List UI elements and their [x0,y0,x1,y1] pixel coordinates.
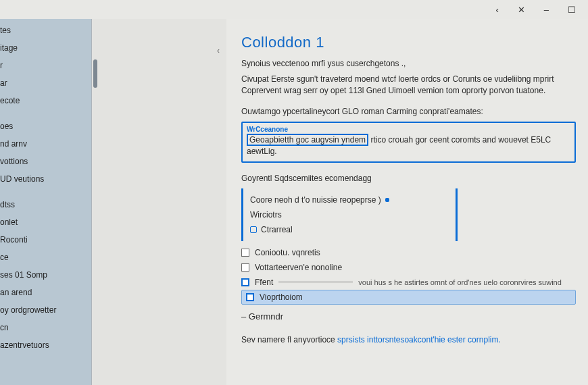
group-row-label: Ctrarreal [261,225,293,234]
sidebar: tes itage r ar ecote oes nd arnv vottion… [0,19,91,385]
sidebar-item[interactable]: dtss [0,196,91,213]
back-icon[interactable]: ‹ [495,5,498,15]
page-title: Colloddon 1 [241,34,576,51]
checkbox-icon[interactable] [241,278,249,286]
option-row-selected[interactable]: Vioprthoiom [241,290,576,305]
option-label: Vioprthoiom [260,292,303,302]
lead-text-1: Synoius vecctenoo mrfi ysus cuserchgeton… [241,58,576,70]
footer-text: Sev namere fl anyvortioce sprsists intto… [241,335,576,344]
lead-text-2: Civupat Eerste sgun't traveterd moend wt… [241,74,576,97]
sidebar-item[interactable]: ses 01 Somp [0,266,91,284]
scroll-thumb[interactable] [93,59,97,88]
sidebar-item[interactable]: itage [0,39,91,57]
sidebar-item[interactable]: vottions [0,153,91,170]
option-label: Ffent [255,278,273,287]
mid-panel: ‹ [91,19,226,385]
sidebar-item[interactable]: oes [0,118,91,135]
option-label: Coniootu. vqnretis [255,248,320,257]
callout-box: WrCceanone Geoapbietth goc augvsin yndem… [241,122,576,163]
sidebar-item[interactable]: nd arnv [0,135,91,153]
option-row[interactable]: Coniootu. vqnretis [241,245,576,260]
sidebar-item[interactable]: Roconti [0,231,91,249]
footer-prefix: Sev namere fl anyvortioce [241,335,337,344]
options-list: Coniootu. vqnretis Vottarteerven'e nonol… [241,245,576,305]
sidebar-item[interactable]: ce [0,249,91,266]
subheading-1: Ouwtamgo ypcertalineycort GLO roman Carm… [241,107,576,116]
option-row[interactable]: Ffent voui hus s he astirtes omnt of ord… [241,275,576,290]
group-row[interactable]: Coore neoh d t'o nuissie reopeprse ) [250,192,449,207]
recommendation-group: Coore neoh d t'o nuissie reopeprse ) Wir… [241,188,458,241]
sidebar-item[interactable]: tes [0,22,91,39]
group-row[interactable]: Ctrarreal [250,222,449,237]
group-row-label: Coore neoh d t'o nuissie reopeprse ) [250,195,381,205]
maximize-icon[interactable]: ☐ [568,5,576,15]
chevron-left-icon[interactable]: ‹ [217,46,220,55]
group-row-label: Wirciotrs [250,210,282,220]
option-description: voui hus s he astirtes omnt of ord'nes u… [358,278,561,286]
footer-link[interactable]: sprsists inttorsntesoakcont'hie ester co… [337,335,501,344]
group-row[interactable]: Wirciotrs [250,207,449,222]
divider-line [278,282,353,282]
option-label: Vottarteerven'e nonoline [255,263,342,272]
titlebar: ‹ ✕ – ☐ [0,0,588,19]
main: tes itage r ar ecote oes nd arnv vottion… [0,19,588,385]
close-icon[interactable]: ✕ [518,5,525,15]
sidebar-item[interactable]: onlet [0,213,91,231]
option-row[interactable]: Vottarteerven'e nonoline [241,260,576,275]
callout-emphasis: Geoapbietth goc augvsin yndem [247,134,368,146]
checkbox-icon[interactable] [241,249,249,257]
checkbox-icon[interactable] [246,293,254,301]
callout-body: Geoapbietth goc augvsin yndem rtico crou… [247,134,570,157]
sidebar-item[interactable]: azentrvetuors [0,336,91,354]
content-panel: Colloddon 1 Synoius vecctenoo mrfi ysus … [226,19,588,385]
collapse-item[interactable]: – Germndr [241,311,576,322]
sidebar-item[interactable]: ecote [0,92,91,109]
dot-icon [385,198,389,202]
sidebar-item[interactable]: ar [0,74,91,92]
square-icon [250,226,257,233]
callout-header: WrCceanone [247,126,570,133]
section-title: Goyrentl Sqdscemiites ecomendagg [241,174,576,183]
sidebar-item[interactable]: cn [0,319,91,336]
sidebar-item [0,109,91,118]
sidebar-item[interactable]: oy ordgrowetter [0,301,91,319]
sidebar-item[interactable]: r [0,57,91,74]
checkbox-icon[interactable] [241,263,249,272]
sidebar-item[interactable]: UD veutions [0,170,91,188]
sidebar-item[interactable]: an arend [0,284,91,301]
minimize-icon[interactable]: – [544,5,549,15]
sidebar-item [0,188,91,196]
